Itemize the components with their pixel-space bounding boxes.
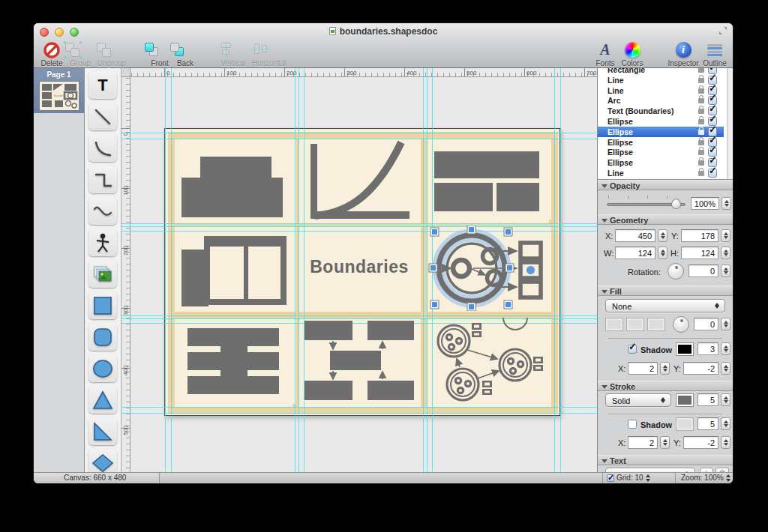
colors-button[interactable]: Colors: [616, 41, 649, 67]
stroke-color-well[interactable]: [676, 393, 694, 407]
shape-cell-network[interactable]: [427, 318, 548, 403]
person-tool[interactable]: [88, 229, 117, 256]
opacity-value-field[interactable]: 100%: [691, 197, 719, 210]
fill-type-dropdown[interactable]: None: [605, 299, 725, 312]
text-section-header[interactable]: Text: [598, 455, 733, 465]
layer-row[interactable]: Text (Boundaries)✓: [598, 106, 724, 116]
lock-icon[interactable]: [698, 140, 704, 145]
fill-shadow-blur-stepper[interactable]: [721, 342, 730, 355]
outline-button[interactable]: Outline: [698, 41, 731, 67]
guide-horizontal[interactable]: [122, 133, 598, 133]
fill-shadow-checkbox[interactable]: ✓: [628, 345, 637, 354]
lock-icon[interactable]: [698, 88, 704, 94]
stroke-section-header[interactable]: Stroke: [598, 381, 733, 391]
text-tool[interactable]: T: [88, 71, 117, 99]
visibility-checkbox[interactable]: ✓: [708, 169, 717, 178]
shape-triple-bars[interactable]: [174, 318, 296, 403]
grid-checkbox[interactable]: [607, 474, 614, 482]
stroke-shadow-y-stepper[interactable]: [721, 436, 730, 449]
arc-tool[interactable]: [88, 134, 117, 162]
back-button[interactable]: Back: [169, 41, 202, 67]
triangle-tool[interactable]: [88, 386, 117, 414]
lock-icon[interactable]: [698, 78, 704, 83]
guide-vertical[interactable]: [423, 68, 424, 472]
fill-shadow-blur-field[interactable]: 3: [698, 342, 718, 355]
rounded-rectangle-tool[interactable]: [88, 323, 117, 351]
guide-horizontal[interactable]: [122, 223, 598, 224]
guide-horizontal[interactable]: [122, 315, 598, 316]
zoom-control[interactable]: Zoom: 100%: [681, 473, 734, 483]
layer-row[interactable]: Line✓: [598, 168, 724, 178]
stroke-shadow-checkbox[interactable]: [628, 420, 637, 429]
layers-scrollbar[interactable]: [727, 68, 733, 180]
inspector-button[interactable]: i Inspector: [667, 41, 700, 67]
image-tool[interactable]: [88, 260, 117, 288]
geometry-x-field[interactable]: 450: [615, 229, 656, 242]
geometry-w-stepper[interactable]: [658, 247, 668, 259]
boundaries-text[interactable]: Boundaries: [298, 257, 420, 277]
lock-icon[interactable]: [698, 160, 704, 166]
stroke-shadow-x-field[interactable]: 2: [628, 436, 658, 449]
rectangle-tool[interactable]: [88, 291, 117, 319]
lock-icon[interactable]: [698, 68, 704, 73]
lock-icon[interactable]: [698, 150, 704, 155]
opacity-stepper[interactable]: [722, 197, 731, 210]
grid-stepper[interactable]: [645, 474, 652, 482]
stroke-shadow-blur-field[interactable]: 5: [698, 417, 718, 430]
stroke-shadow-x-stepper[interactable]: [660, 436, 670, 449]
fill-shadow-y-field[interactable]: -2: [683, 362, 718, 375]
stroke-width-stepper[interactable]: [721, 393, 730, 406]
geometry-y-stepper[interactable]: [721, 229, 730, 242]
stroke-shadow-y-field[interactable]: -2: [683, 436, 718, 449]
layer-row[interactable]: Line✓: [598, 75, 724, 85]
grid-control[interactable]: Grid: 10: [607, 473, 674, 483]
diamond-tool[interactable]: [88, 449, 117, 472]
page-1-thumbnail[interactable]: Boundaries: [39, 81, 80, 111]
fill-shadow-x-field[interactable]: 2: [628, 362, 658, 375]
layer-row[interactable]: Ellipse✓: [598, 137, 724, 148]
lock-icon[interactable]: [698, 130, 704, 135]
elbow-line-tool[interactable]: [88, 166, 117, 193]
geometry-w-field[interactable]: 124: [615, 247, 656, 259]
page-1-item[interactable]: Page 1 Boundaries: [34, 68, 84, 113]
shape-podium[interactable]: [174, 138, 296, 223]
rotation-dial[interactable]: [668, 263, 684, 279]
shape-flowchart[interactable]: [298, 318, 420, 403]
lock-icon[interactable]: [698, 98, 704, 103]
geometry-section-header[interactable]: Geometry: [598, 214, 733, 225]
geometry-y-field[interactable]: 178: [681, 229, 718, 242]
fill-section-header[interactable]: Fill: [598, 285, 733, 296]
lock-icon[interactable]: [698, 109, 704, 114]
guide-horizontal[interactable]: [122, 413, 598, 414]
fill-angle-field[interactable]: 0: [694, 318, 718, 330]
layer-row[interactable]: Ellipse✓: [598, 157, 724, 168]
lock-icon[interactable]: [698, 171, 704, 176]
layer-row[interactable]: Line✓: [598, 85, 724, 96]
guide-vertical[interactable]: [171, 68, 172, 472]
fill-angle-stepper[interactable]: [721, 318, 730, 330]
curve-tool[interactable]: [88, 197, 117, 225]
geometry-h-field[interactable]: 124: [681, 247, 718, 259]
layer-row-selected[interactable]: Ellipse✓: [598, 127, 724, 137]
guide-horizontal[interactable]: [122, 407, 598, 408]
ellipse-tool[interactable]: [88, 354, 117, 382]
layer-row[interactable]: Ellipse✓: [598, 147, 724, 157]
guide-vertical[interactable]: [560, 68, 561, 472]
stroke-type-dropdown[interactable]: Solid: [605, 393, 671, 407]
fill-shadow-x-stepper[interactable]: [660, 362, 670, 375]
fill-angle-dial[interactable]: [673, 316, 689, 333]
geometry-x-stepper[interactable]: [658, 229, 668, 242]
stroke-width-field[interactable]: 5: [698, 393, 718, 406]
shape-three-rectangles[interactable]: [427, 138, 548, 223]
opacity-section-header[interactable]: Opacity: [598, 180, 733, 190]
shape-window-panes[interactable]: [174, 226, 296, 311]
fill-shadow-y-stepper[interactable]: [721, 362, 730, 375]
lock-icon[interactable]: [698, 119, 704, 124]
guide-vertical[interactable]: [554, 68, 555, 472]
zoom-stepper[interactable]: [725, 474, 732, 482]
right-triangle-tool[interactable]: [88, 417, 117, 445]
layer-row[interactable]: Rectangle✓: [598, 68, 724, 75]
layer-row[interactable]: Ellipse✓: [598, 116, 724, 127]
guide-vertical[interactable]: [165, 68, 166, 472]
fullscreen-icon[interactable]: [719, 27, 727, 34]
